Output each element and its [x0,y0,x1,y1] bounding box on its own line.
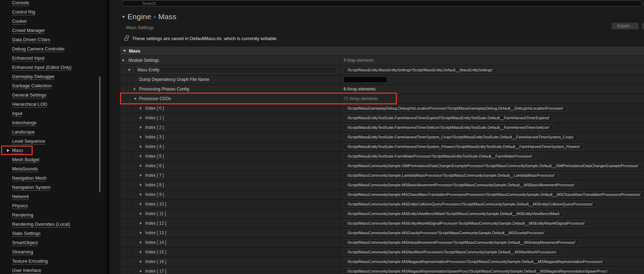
settings-row-module-settings[interactable]: Module Settings9 Map elements [120,56,644,65]
row-value-input[interactable] [344,77,387,83]
settings-row-index-7[interactable]: Index [ 7 ]/Script/MassCommunitySample.L… [120,171,644,180]
settings-row-index-9[interactable]: Index [ 9 ]/Script/MassCommunitySample.M… [120,190,644,199]
sidebar-item-garbage-collection[interactable]: Garbage Collection [12,83,51,89]
name-value-column-divider[interactable] [340,171,340,180]
name-value-column-divider[interactable] [340,181,340,190]
name-value-column-divider[interactable] [340,133,340,142]
row-value-box[interactable]: /Script/MassCommunitySample.MSNiagaraRep… [344,268,611,274]
expander-triangle-right-icon[interactable] [140,107,142,110]
title-collapse-chevron-down-icon[interactable] [122,16,125,18]
settings-row-index-8[interactable]: Index [ 8 ]/Script/MassCommunitySample.M… [120,181,644,190]
settings-row-index-1[interactable]: Index [ 1 ]/Script/MassEntityTestSuite.F… [120,114,644,122]
expander-triangle-down-icon[interactable] [128,69,131,71]
section-collapse-triangle-down-icon[interactable] [123,50,126,52]
name-value-column-divider[interactable] [340,161,340,170]
sidebar-item-debug-camera-controller[interactable]: Debug Camera Controller [12,46,65,52]
row-value-box[interactable]: /Script/MassCommunitySample.MSEntityView… [344,210,564,217]
expander-triangle-down-icon[interactable] [134,98,137,100]
sidebar-item-mass[interactable]: Mass [12,148,23,153]
sidebar-item-general-settings[interactable]: General Settings [12,92,47,98]
name-value-column-divider[interactable] [340,257,340,266]
expander-triangle-right-icon[interactable] [140,251,142,253]
sidebar-item-rendering-overrides-local[interactable]: Rendering Overrides (Local) [12,221,70,227]
expander-triangle-down-icon[interactable] [122,60,125,61]
settings-row-index-4[interactable]: Index [ 4 ]/Script/MassEntityTestSuite.F… [120,142,644,151]
row-value-box[interactable]: /Script/MassCommunitySample.MSNavMeshPro… [344,249,560,256]
settings-row-index-2[interactable]: Index [ 2 ]/Script/MassEntityTestSuite.F… [120,123,644,132]
row-value-box[interactable]: /Script/MassCommunitySample.LambdaMassPr… [344,172,558,179]
export-button[interactable]: Export... [612,23,639,29]
row-value-box[interactable]: /Script/MassGameplayDebug.DebugVisLocati… [344,105,567,112]
sidebar-item-enhanced-input-editor-only[interactable]: Enhanced Input (Editor Only) [12,65,72,70]
name-value-column-divider[interactable] [340,142,340,151]
name-value-column-divider[interactable] [340,267,340,274]
expander-triangle-right-icon[interactable] [140,212,142,215]
sidebar-item-enhanced-input[interactable]: Enhanced Input [12,55,44,61]
row-value-box[interactable]: /Script/MassCommunitySample.ISMPerInstan… [344,163,642,169]
name-value-column-divider[interactable] [340,248,340,257]
sidebar-item-navigation-system[interactable]: Navigation System [12,185,50,190]
row-value-box[interactable]: /Script/MassCommunitySample.MSEntityWasH… [344,220,589,227]
sidebar-item-landscape[interactable]: Landscape [12,129,35,135]
sidebar-item-data-driven-cvars[interactable]: Data Driven CVars [12,37,50,43]
sidebar-item-gameplay-debugger[interactable]: Gameplay Debugger [12,74,55,80]
row-value-box[interactable]: /Script/MassEntityTestSuite.FarmHarvestT… [344,124,553,131]
expander-triangle-right-icon[interactable] [140,231,142,234]
sidebar-item-navigation-mesh[interactable]: Navigation Mesh [12,175,47,181]
sidebar-item-slate-settings[interactable]: Slate Settings [12,231,40,236]
expander-triangle-right-icon[interactable] [140,136,142,138]
settings-row-index-3[interactable]: Index [ 3 ]/Script/MassEntityTestSuite.F… [120,133,644,142]
expander-triangle-right-icon[interactable] [140,222,142,225]
sidebar-item-texture-encoding[interactable]: Texture Encoding [12,258,48,264]
row-value-box[interactable]: /Script/MassCommunitySample.MSChaosMassT… [344,191,644,198]
settings-row-mass-entity[interactable]: Mass Entity/Script/MassEntity.MassEntity… [120,66,644,75]
settings-row-index-14[interactable]: Index [ 14 ]/Script/MassCommunitySample.… [120,238,644,247]
sidebar-item-interchange[interactable]: Interchange [12,120,37,126]
sidebar-item-smartobject[interactable]: SmartObject [12,240,38,246]
row-value-box[interactable]: /Script/MassCommunitySample.MSNiagaraRep… [344,258,606,265]
settings-row-index-0[interactable]: Index [ 0 ]/Script/MassGameplayDebug.Deb… [120,104,644,113]
search-input[interactable] [122,0,642,6]
expander-triangle-right-icon[interactable] [140,155,142,158]
name-value-column-divider[interactable] [340,238,340,247]
expander-triangle-right-icon[interactable] [140,203,142,206]
row-value-box[interactable]: /Script/MassEntityTestSuite.FarmHarvestT… [344,134,577,141]
name-value-column-divider[interactable] [340,123,340,132]
expander-triangle-right-icon[interactable] [140,145,142,148]
sidebar-scrollbar[interactable] [99,76,100,192]
settings-row-index-6[interactable]: Index [ 6 ]/Script/MassCommunitySample.I… [120,161,644,170]
name-value-column-divider[interactable] [340,85,340,94]
name-value-column-divider[interactable] [340,104,340,113]
sidebar-item-network[interactable]: Network [12,194,29,199]
name-value-column-divider[interactable] [340,114,340,122]
expander-triangle-right-icon[interactable] [140,183,142,186]
name-value-column-divider[interactable] [340,66,340,75]
name-value-column-divider[interactable] [340,75,340,84]
row-value-box[interactable]: /Script/MassCommunitySample.MSInterpMove… [344,239,579,246]
clipped-edge-button[interactable] [642,23,644,29]
sidebar-item-console[interactable]: Console [12,0,29,6]
row-value-box[interactable]: /Script/MassCommunitySample.MSBasicMovem… [344,182,578,188]
sidebar-item-control-rig[interactable]: Control Rig [12,9,35,15]
sidebar-item-streaming[interactable]: Streaming [12,249,33,255]
expander-triangle-right-icon[interactable] [140,260,142,263]
expander-triangle-right-icon[interactable] [140,164,142,167]
settings-row-index-15[interactable]: Index [ 15 ]/Script/MassCommunitySample.… [120,248,644,257]
expander-triangle-right-icon[interactable] [140,116,142,119]
name-value-column-divider[interactable] [340,152,340,161]
name-value-column-divider[interactable] [340,56,340,65]
row-value-box[interactable]: /Script/MassCommunitySample.MSGravityPro… [344,230,548,236]
name-value-column-divider[interactable] [340,94,340,103]
sidebar-item-user-interface[interactable]: User Interface [12,268,41,273]
expander-triangle-right-icon[interactable] [140,270,142,273]
row-value-box[interactable]: /Script/MassEntityTestSuite.FarmHarvestT… [344,115,553,121]
settings-row-index-13[interactable]: Index [ 13 ]/Script/MassCommunitySample.… [120,229,644,237]
name-value-column-divider[interactable] [340,200,340,209]
settings-row-index-10[interactable]: Index [ 10 ]/Script/MassCommunitySample.… [120,200,644,209]
row-key-box[interactable]: Mass Entity [133,67,337,73]
sidebar-item-physics[interactable]: Physics [12,203,28,209]
sidebar-item-crowd-manager[interactable]: Crowd Manager [12,28,45,33]
name-value-column-divider[interactable] [340,209,340,218]
expander-triangle-right-icon[interactable] [134,88,136,91]
settings-row-processing-phases-config[interactable]: Processing Phases Config6 Array elements [120,85,644,94]
